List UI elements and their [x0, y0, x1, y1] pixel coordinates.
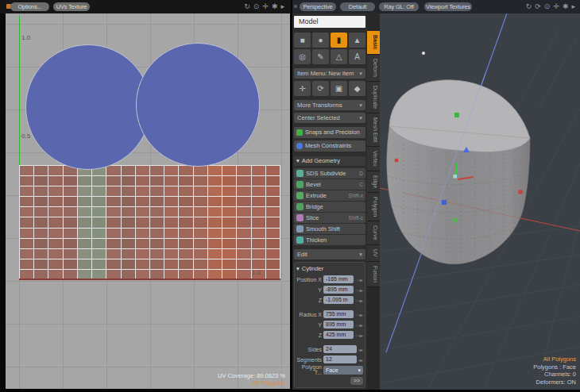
uv-quad-cell [208, 176, 222, 186]
orbit-icon[interactable]: ↻ [244, 2, 250, 11]
toolbox-tab-strip: BasicDeformDuplicateMesh EditVertexEdgeP… [367, 13, 380, 390]
vertex-dot[interactable] [422, 52, 425, 55]
property-value-field[interactable]: -1.095 m [323, 296, 354, 304]
bevel-button[interactable]: BevelC [294, 179, 365, 190]
edit-dropdown[interactable]: Edit ▾ [294, 249, 365, 259]
property-value-field[interactable]: -165 mm [323, 275, 354, 283]
sphere-tool-button[interactable]: ● [312, 33, 329, 48]
extrude-button[interactable]: ExtrudeShift-x [294, 190, 365, 201]
perspective-viewport[interactable]: All Polygons Polygons : Face Channels: 0… [380, 13, 580, 390]
ray-gl-button[interactable]: Ray GL: Off [379, 2, 419, 11]
uv-quad-cell [222, 166, 236, 175]
toolbox-tab-fusion[interactable]: Fusion [367, 262, 380, 287]
cone-tool-button[interactable]: ▲ [349, 33, 365, 48]
magnify-icon[interactable]: ⊙ [544, 2, 551, 11]
pane-thumb-icon[interactable] [294, 5, 297, 8]
uv-quad-cell [122, 259, 135, 269]
toolbox-tab-edge[interactable]: Edge [367, 171, 380, 193]
options-button[interactable]: Options... [10, 2, 49, 11]
settings-icon[interactable]: ✱ [272, 2, 278, 11]
text-tool-button[interactable]: A [349, 49, 365, 64]
uv-quad-cell [266, 176, 280, 186]
uv-quad-cell [34, 259, 48, 269]
mini-slider-icon[interactable]: ○◂▸ [355, 332, 363, 338]
add-geometry-section-header[interactable]: ▾ Add Geometry [294, 156, 365, 166]
action-center-dot[interactable] [454, 175, 458, 179]
refresh-icon[interactable]: ⟳ [535, 2, 541, 11]
sketch-tool-button[interactable]: ✎ [312, 49, 329, 64]
toolbox-tab-curve[interactable]: Curve [367, 221, 380, 245]
settings-icon[interactable]: ✱ [563, 2, 569, 11]
property-value-field[interactable]: 895 mm [323, 321, 354, 329]
scale-tool-button[interactable]: ▣ [331, 81, 347, 96]
cylinder-tool-button[interactable]: ▮ [331, 33, 347, 48]
segments-field[interactable]: 12 [323, 355, 357, 363]
uv-canvas[interactable]: 1.0 0.5 1.0 UV Coverage: 89.0823 % All P… [6, 13, 290, 389]
uv-island-side-checker[interactable] [19, 165, 280, 280]
polygon-type-dropdown[interactable]: Face ▾ [323, 366, 363, 375]
orbit-icon[interactable]: ↻ [526, 2, 532, 11]
layout-preset-tab[interactable]: Model [294, 16, 365, 28]
mini-slider-icon[interactable]: ○◂▸ [355, 277, 363, 282]
uv-island-cap-bottom[interactable] [136, 43, 260, 167]
property-value-field[interactable]: 755 mm [323, 310, 354, 318]
x-handle-dot-right[interactable] [518, 190, 523, 194]
mini-slider-icon[interactable]: ◂▸ [358, 347, 363, 352]
mesh-constraints-button[interactable]: Mesh Constraints [294, 140, 365, 152]
rotate-tool-button[interactable]: ⟳ [312, 81, 329, 96]
viewport-textures-button[interactable]: Viewport Textures [424, 2, 472, 11]
slice-button[interactable]: SliceShift-c [294, 213, 365, 223]
uv-quad-cell [266, 166, 280, 175]
thicken-button[interactable]: Thicken [294, 235, 365, 245]
toolbox-tab-mesh-edit[interactable]: Mesh Edit [367, 113, 380, 147]
property-value-field[interactable]: -895 mm [323, 286, 354, 294]
y-axis-handle[interactable] [455, 163, 457, 175]
torus-tool-button[interactable]: ◎ [294, 49, 311, 64]
mini-slider-icon[interactable]: ◂▸ [358, 357, 363, 363]
uv-quad-cell [252, 166, 265, 175]
bridge-button[interactable]: Bridge [294, 202, 365, 212]
toolbox-tab-duplicate[interactable]: Duplicate [367, 82, 380, 113]
y-handle-dot[interactable] [454, 113, 459, 117]
perspective-button[interactable]: Perspective [300, 2, 336, 11]
pan-icon[interactable]: ✛ [553, 2, 559, 11]
uv-quad-cell [64, 249, 77, 259]
geometry-tool-label: Slice [306, 214, 319, 221]
toolbox-tab-uv[interactable]: UV [367, 245, 380, 262]
magnify-icon[interactable]: ⊙ [253, 2, 260, 11]
snaps-and-precision-button[interactable]: Snaps and Precision [294, 127, 365, 138]
expand-icon[interactable]: ▸ [571, 2, 575, 11]
center-selected-dropdown[interactable]: Center Selected ▾ [294, 113, 365, 123]
more-properties-button[interactable]: >> [350, 377, 363, 385]
move-tool-button[interactable]: ✛ [294, 81, 311, 96]
primitive-tools: ■●▮▲◎✎△A [294, 33, 365, 64]
pan-icon[interactable]: ✛ [262, 2, 269, 11]
property-value-field[interactable]: 425 mm [323, 331, 354, 339]
mini-slider-icon[interactable]: ○◂▸ [355, 298, 363, 303]
polygon-pen-tool-button[interactable]: △ [331, 49, 347, 64]
toolbox-tab-vertex[interactable]: Vertex [367, 147, 380, 171]
mini-slider-icon[interactable]: ○◂▸ [355, 312, 363, 317]
expand-icon[interactable]: ▸ [280, 2, 284, 11]
toolbox-tab-deform[interactable]: Deform [367, 55, 380, 82]
toolbox-tab-polygon[interactable]: Polygon [367, 193, 380, 221]
x-handle-dot-left[interactable] [395, 159, 399, 163]
uv-quad-cell [150, 229, 164, 238]
cube-tool-button[interactable]: ■ [294, 33, 311, 48]
shading-default-button[interactable]: Default [340, 2, 375, 11]
sides-field[interactable]: 24 [323, 345, 357, 353]
snap-arrow-icon [296, 129, 303, 136]
mini-slider-icon[interactable]: ○◂▸ [355, 287, 363, 293]
uvs-texture-button[interactable]: UVs Texture [53, 2, 90, 11]
more-transforms-dropdown[interactable]: More Transforms ▾ [294, 100, 365, 110]
smooth-shift-button[interactable]: Smooth Shift [294, 224, 365, 234]
toolbox-tab-basic[interactable]: Basic [367, 31, 380, 55]
transform-tool-button[interactable]: ◆ [349, 81, 365, 96]
cylinder-properties-header[interactable]: ▾ Cylinder [296, 265, 363, 272]
uv-island-cap-top[interactable] [25, 44, 151, 170]
mini-slider-icon[interactable]: ○◂▸ [355, 322, 363, 328]
z-handle-dot[interactable] [442, 200, 447, 205]
uv-quad-cell [136, 197, 149, 206]
item-menu-dropdown[interactable]: Item Menu: New Item ▾ [294, 68, 365, 79]
sds-subdivide-button[interactable]: SDS SubdivideD [294, 168, 365, 179]
